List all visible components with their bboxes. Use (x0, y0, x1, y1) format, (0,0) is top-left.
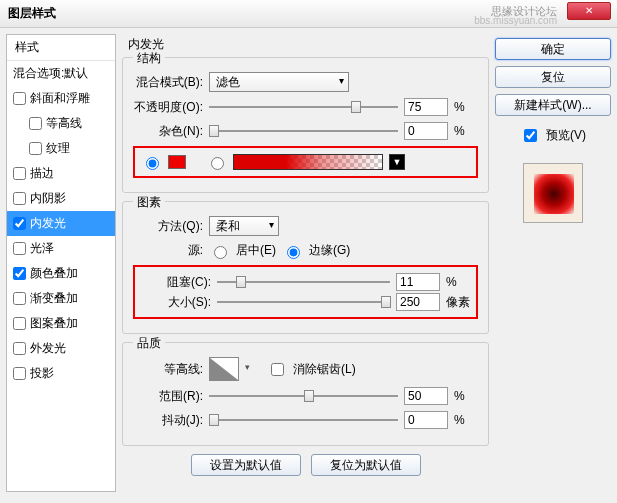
gradient-radio[interactable] (211, 157, 224, 170)
stroke-checkbox[interactable] (13, 167, 26, 180)
contour-picker[interactable] (209, 357, 239, 381)
sidebar-label: 图案叠加 (30, 315, 78, 332)
jitter-input[interactable] (404, 411, 448, 429)
antialias-checkbox[interactable] (271, 363, 284, 376)
sidebar-label: 描边 (30, 165, 54, 182)
elements-group: 图素 方法(Q): 柔和 源: 居中(E) 边缘(G) 阻塞(C): % 大小(… (122, 201, 489, 334)
settings-panel: 内发光 结构 混合模式(B): 滤色 不透明度(O): % 杂色(N): % (122, 34, 489, 492)
sidebar-item-inner-glow[interactable]: 内发光 (7, 211, 115, 236)
sidebar-item-satin[interactable]: 光泽 (7, 236, 115, 261)
outer-glow-checkbox[interactable] (13, 342, 26, 355)
choke-unit: % (446, 275, 470, 289)
jitter-slider[interactable] (209, 412, 398, 428)
title-bar: 图层样式 思缘设计论坛 bbs.missyuan.com ✕ (0, 0, 617, 28)
choke-slider[interactable] (217, 274, 390, 290)
elements-legend: 图素 (133, 194, 165, 211)
preview-label: 预览(V) (546, 127, 586, 144)
noise-input[interactable] (404, 122, 448, 140)
opacity-label: 不透明度(O): (133, 99, 203, 116)
range-unit: % (454, 389, 478, 403)
structure-group: 结构 混合模式(B): 滤色 不透明度(O): % 杂色(N): % (122, 57, 489, 193)
range-label: 范围(R): (133, 388, 203, 405)
sidebar-header: 样式 (7, 35, 115, 61)
sidebar-item-bevel[interactable]: 斜面和浮雕 (7, 86, 115, 111)
sidebar-item-color-overlay[interactable]: 颜色叠加 (7, 261, 115, 286)
sidebar-item-drop-shadow[interactable]: 投影 (7, 361, 115, 386)
preview-checkbox[interactable] (524, 129, 537, 142)
panel-title: 内发光 (128, 36, 489, 53)
sidebar-label: 外发光 (30, 340, 66, 357)
size-unit: 像素 (446, 294, 470, 311)
sidebar-label: 混合选项:默认 (13, 65, 88, 82)
source-center-radio[interactable] (214, 246, 227, 259)
size-input[interactable] (396, 293, 440, 311)
pattern-overlay-checkbox[interactable] (13, 317, 26, 330)
color-highlight-box: ▼ (133, 146, 478, 178)
sidebar-label: 内阴影 (30, 190, 66, 207)
preview-thumbnail (523, 163, 583, 223)
structure-legend: 结构 (133, 50, 165, 67)
noise-label: 杂色(N): (133, 123, 203, 140)
defaults-buttons: 设置为默认值 复位为默认值 (122, 454, 489, 476)
choke-label: 阻塞(C): (141, 274, 211, 291)
sidebar-item-contour[interactable]: 等高线 (7, 111, 115, 136)
opacity-input[interactable] (404, 98, 448, 116)
sidebar-label: 光泽 (30, 240, 54, 257)
sidebar-label: 颜色叠加 (30, 265, 78, 282)
gradient-preview[interactable] (233, 154, 383, 170)
source-edge-label: 边缘(G) (309, 242, 350, 259)
sidebar-item-pattern-overlay[interactable]: 图案叠加 (7, 311, 115, 336)
inner-glow-checkbox[interactable] (13, 217, 26, 230)
gradient-overlay-checkbox[interactable] (13, 292, 26, 305)
sidebar-item-inner-shadow[interactable]: 内阴影 (7, 186, 115, 211)
jitter-unit: % (454, 413, 478, 427)
quality-group: 品质 等高线: 消除锯齿(L) 范围(R): % 抖动(J): % (122, 342, 489, 446)
source-edge-radio[interactable] (287, 246, 300, 259)
right-column: 确定 复位 新建样式(W)... 预览(V) (495, 34, 611, 492)
cancel-button[interactable]: 复位 (495, 66, 611, 88)
choke-input[interactable] (396, 273, 440, 291)
sidebar-item-stroke[interactable]: 描边 (7, 161, 115, 186)
ok-button[interactable]: 确定 (495, 38, 611, 60)
sidebar-item-outer-glow[interactable]: 外发光 (7, 336, 115, 361)
contour-label: 等高线: (133, 361, 203, 378)
texture-checkbox[interactable] (29, 142, 42, 155)
window-title: 图层样式 (8, 5, 56, 22)
opacity-unit: % (454, 100, 478, 114)
color-swatch[interactable] (168, 155, 186, 169)
sidebar-item-texture[interactable]: 纹理 (7, 136, 115, 161)
gradient-dropdown-icon[interactable]: ▼ (389, 154, 405, 170)
drop-shadow-checkbox[interactable] (13, 367, 26, 380)
sidebar-item-gradient-overlay[interactable]: 渐变叠加 (7, 286, 115, 311)
solid-color-radio[interactable] (146, 157, 159, 170)
blend-mode-select[interactable]: 滤色 (209, 72, 349, 92)
method-select[interactable]: 柔和 (209, 216, 279, 236)
blend-mode-value: 滤色 (216, 75, 240, 89)
reset-default-button[interactable]: 复位为默认值 (311, 454, 421, 476)
sidebar-item-blend-options[interactable]: 混合选项:默认 (7, 61, 115, 86)
sidebar-label: 纹理 (46, 140, 70, 157)
sidebar-label: 等高线 (46, 115, 82, 132)
noise-unit: % (454, 124, 478, 138)
color-overlay-checkbox[interactable] (13, 267, 26, 280)
bevel-checkbox[interactable] (13, 92, 26, 105)
sidebar-label: 内发光 (30, 215, 66, 232)
size-highlight-box: 阻塞(C): % 大小(S): 像素 (133, 265, 478, 319)
sidebar-label: 投影 (30, 365, 54, 382)
noise-slider[interactable] (209, 123, 398, 139)
contour-checkbox[interactable] (29, 117, 42, 130)
blend-mode-label: 混合模式(B): (133, 74, 203, 91)
antialias-label: 消除锯齿(L) (293, 361, 356, 378)
range-input[interactable] (404, 387, 448, 405)
inner-shadow-checkbox[interactable] (13, 192, 26, 205)
main-area: 样式 混合选项:默认 斜面和浮雕 等高线 纹理 描边 内阴影 内发光 光泽 颜色… (0, 28, 617, 498)
new-style-button[interactable]: 新建样式(W)... (495, 94, 611, 116)
satin-checkbox[interactable] (13, 242, 26, 255)
set-default-button[interactable]: 设置为默认值 (191, 454, 301, 476)
range-slider[interactable] (209, 388, 398, 404)
close-button[interactable]: ✕ (567, 2, 611, 20)
watermark-url: bbs.missyuan.com (474, 15, 557, 26)
size-slider[interactable] (217, 294, 390, 310)
method-label: 方法(Q): (133, 218, 203, 235)
opacity-slider[interactable] (209, 99, 398, 115)
